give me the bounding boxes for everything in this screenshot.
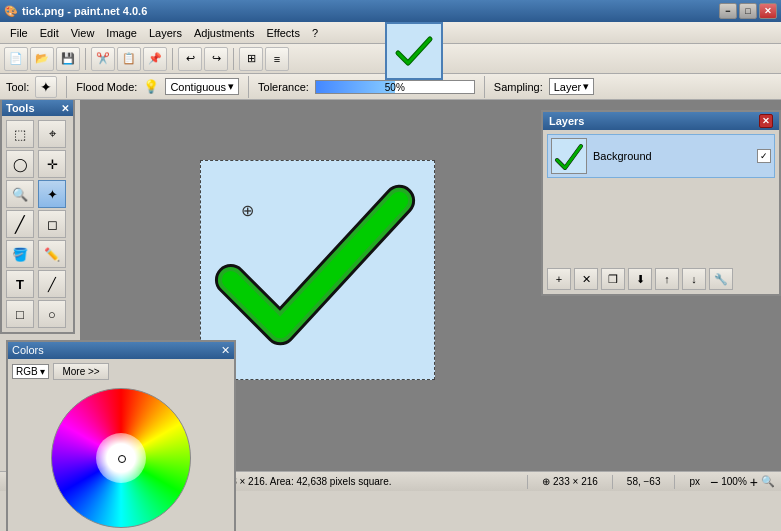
- duplicate-layer-button[interactable]: ❒: [601, 268, 625, 290]
- magic-wand-tool[interactable]: ✦: [38, 180, 66, 208]
- fill-tool[interactable]: 🪣: [6, 240, 34, 268]
- layer-thumbnail: [551, 138, 587, 174]
- toolbar-sep2: [172, 48, 173, 70]
- move-select-tool[interactable]: ✛: [38, 150, 66, 178]
- tools-panel-close[interactable]: ✕: [61, 103, 69, 114]
- layers-empty-space: [543, 184, 779, 264]
- tools-grid: ⬚ ⌖ ◯ ✛ 🔍 ✦ ╱ ◻ 🪣 ✏️ T ╱ □ ○: [2, 116, 73, 332]
- undo-button[interactable]: ↩: [178, 47, 202, 71]
- layer-row[interactable]: Background ✓: [547, 134, 775, 178]
- color-pick-tool[interactable]: ✏️: [38, 240, 66, 268]
- move-layer-down-button[interactable]: ↓: [682, 268, 706, 290]
- move-cursor-icon: ⊕: [241, 201, 254, 220]
- cut-button[interactable]: ✂️: [91, 47, 115, 71]
- menu-effects[interactable]: Effects: [261, 25, 306, 41]
- menu-help[interactable]: ?: [306, 25, 324, 41]
- layers-panel: Layers ✕ Background ✓: [541, 110, 781, 296]
- flood-mode-label: Flood Mode:: [76, 81, 137, 93]
- layers-content: Background ✓: [543, 130, 779, 184]
- sampling-dropdown[interactable]: Layer ▾: [549, 78, 595, 95]
- menu-image[interactable]: Image: [100, 25, 143, 41]
- text-tool[interactable]: T: [6, 270, 34, 298]
- status-divider1: [527, 475, 528, 489]
- select-ellipse-tool[interactable]: ◯: [6, 150, 34, 178]
- tools-panel-title: Tools: [6, 102, 35, 114]
- preview-thumbnail: [385, 22, 443, 80]
- maximize-button[interactable]: □: [739, 3, 757, 19]
- status-divider3: [674, 475, 675, 489]
- open-button[interactable]: 📂: [30, 47, 54, 71]
- coords-section: 58, −63: [627, 476, 661, 487]
- add-layer-button[interactable]: +: [547, 268, 571, 290]
- tools-panel-header: Tools ✕: [2, 100, 73, 116]
- layers-panel-header: Layers ✕: [543, 112, 779, 130]
- coords-text: 58, −63: [627, 476, 661, 487]
- menu-layers[interactable]: Layers: [143, 25, 188, 41]
- title-bar: 🎨 tick.png - paint.net 4.0.6 − □ ✕: [0, 0, 781, 22]
- magic-wand-active[interactable]: ✦: [35, 76, 57, 98]
- paintbrush-tool[interactable]: ╱: [6, 210, 34, 238]
- color-type-dropdown[interactable]: RGB ▾: [12, 364, 49, 379]
- main-area: Tools ✕ ⬚ ⌖ ◯ ✛ 🔍 ✦ ╱ ◻ 🪣 ✏️ T ╱ □ ○ Col…: [0, 100, 781, 491]
- minimize-button[interactable]: −: [719, 3, 737, 19]
- tools-panel: Tools ✕ ⬚ ⌖ ◯ ✛ 🔍 ✦ ╱ ◻ 🪣 ✏️ T ╱ □ ○: [0, 100, 75, 334]
- toolbar-sep1: [85, 48, 86, 70]
- options-sep2: [248, 76, 249, 98]
- layer-visible-checkbox[interactable]: ✓: [757, 149, 771, 163]
- tolerance-value: 50%: [316, 81, 474, 94]
- select-lasso-tool[interactable]: ⌖: [38, 120, 66, 148]
- options-sep1: [66, 76, 67, 98]
- color-wheel[interactable]: [51, 388, 191, 528]
- layers-panel-close-button[interactable]: ✕: [759, 114, 773, 128]
- color-panel-close[interactable]: ✕: [221, 344, 230, 357]
- rect-shape-tool[interactable]: □: [6, 300, 34, 328]
- color-panel-title: Colors: [12, 344, 44, 357]
- layers-panel-title: Layers: [549, 115, 584, 127]
- copy-button[interactable]: 📋: [117, 47, 141, 71]
- menu-edit[interactable]: Edit: [34, 25, 65, 41]
- close-button[interactable]: ✕: [759, 3, 777, 19]
- select-rect-tool[interactable]: ⬚: [6, 120, 34, 148]
- save-button[interactable]: 💾: [56, 47, 80, 71]
- color-panel: Colors ✕ RGB ▾ More >>: [6, 340, 236, 531]
- redo-button[interactable]: ↪: [204, 47, 228, 71]
- status-divider2: [612, 475, 613, 489]
- zoom-fit-button[interactable]: 🔍: [761, 475, 775, 488]
- sampling-label: Sampling:: [494, 81, 543, 93]
- line-tool[interactable]: ╱: [38, 270, 66, 298]
- app-icon: 🎨: [4, 5, 18, 18]
- window-title: tick.png - paint.net 4.0.6: [22, 5, 147, 17]
- move-layer-up-button[interactable]: ↑: [655, 268, 679, 290]
- zoom-level: 100%: [721, 476, 747, 487]
- more-colors-button[interactable]: More >>: [53, 363, 108, 380]
- zoom-controls: − 100% + 🔍: [710, 474, 775, 490]
- preview-checkmark-icon: [394, 31, 434, 71]
- zoom-tool[interactable]: 🔍: [6, 180, 34, 208]
- zoom-out-button[interactable]: −: [710, 474, 718, 490]
- toolbar-sep3: [233, 48, 234, 70]
- tolerance-label: Tolerance:: [258, 81, 309, 93]
- flood-mode-dropdown[interactable]: Contiguous ▾: [165, 78, 239, 95]
- layer-name: Background: [593, 150, 751, 162]
- main-toolbar: 📄 📂 💾 ✂️ 📋 📌 ↩ ↪ ⊞ ≡: [0, 44, 781, 74]
- merge-down-button[interactable]: ⬇: [628, 268, 652, 290]
- canvas-size-text: 233 × 216: [553, 476, 598, 487]
- color-panel-header: Colors ✕: [8, 342, 234, 359]
- zoom-in-button[interactable]: +: [750, 474, 758, 490]
- menu-view[interactable]: View: [65, 25, 101, 41]
- paste-button[interactable]: 📌: [143, 47, 167, 71]
- new-button[interactable]: 📄: [4, 47, 28, 71]
- size-section: ⊕ 233 × 216: [542, 476, 598, 487]
- bulb-icon: 💡: [143, 79, 159, 94]
- delete-layer-button[interactable]: ✕: [574, 268, 598, 290]
- tolerance-slider[interactable]: 50%: [315, 80, 475, 94]
- options-sep3: [484, 76, 485, 98]
- layer-properties-button[interactable]: 🔧: [709, 268, 733, 290]
- menu-file[interactable]: File: [4, 25, 34, 41]
- ruler-button[interactable]: ≡: [265, 47, 289, 71]
- size-icon: ⊕: [542, 476, 550, 487]
- eraser-tool[interactable]: ◻: [38, 210, 66, 238]
- ellipse-shape-tool[interactable]: ○: [38, 300, 66, 328]
- grid-button[interactable]: ⊞: [239, 47, 263, 71]
- menu-adjustments[interactable]: Adjustments: [188, 25, 261, 41]
